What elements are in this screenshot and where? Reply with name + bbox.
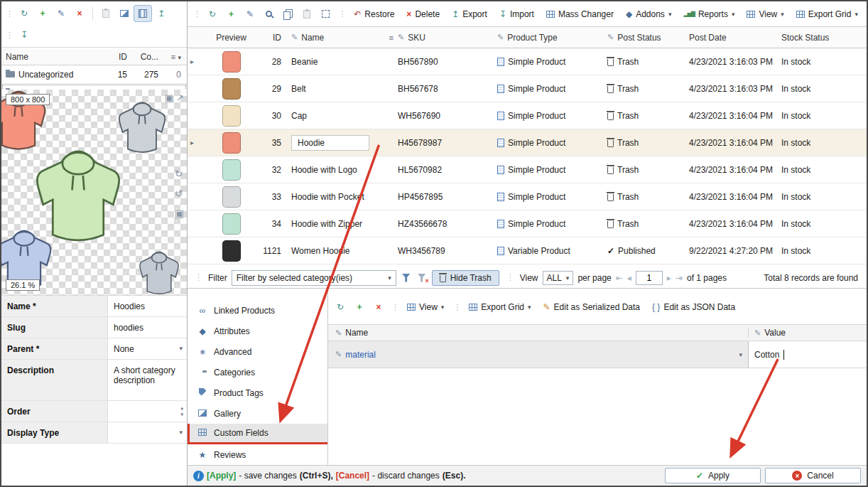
grip-handle[interactable]: ⋮ — [3, 9, 15, 18]
chevron-down-icon[interactable]: ▾ — [739, 351, 742, 358]
tab-attributes[interactable]: ◆Attributes — [188, 321, 327, 341]
rotate-ccw-icon[interactable]: ↺ — [175, 188, 184, 199]
tab-gallery[interactable]: Gallery — [188, 403, 327, 424]
refresh-products-button[interactable]: ↻ — [203, 6, 222, 23]
column-header-name[interactable]: ✎Name≡ — [287, 33, 394, 43]
paste-button[interactable] — [97, 5, 115, 22]
edit-product-button[interactable]: ✎ — [241, 6, 259, 23]
column-header-product-type[interactable]: ✎Product Type — [493, 33, 603, 43]
grip-handle[interactable]: ⋮ — [335, 9, 347, 18]
per-page-dropdown[interactable]: ALL▾ — [543, 271, 574, 285]
apply-button[interactable]: ✓Apply — [665, 468, 761, 483]
tab-reviews[interactable]: ★Reviews — [188, 444, 327, 465]
column-header-stock-status[interactable]: Stock Status — [777, 33, 867, 43]
import-categories-button[interactable]: ↧ — [15, 26, 33, 43]
clear-filter-button[interactable]: × — [416, 274, 428, 282]
image-button[interactable] — [115, 5, 134, 22]
mass-changer-button[interactable]: Mass Changer — [541, 7, 619, 21]
grip-handle[interactable]: ⋮ — [504, 273, 516, 282]
edit-serialized-button[interactable]: ✎Edit as Serialized Data — [538, 300, 646, 314]
paste-button[interactable] — [298, 6, 316, 23]
tab-linked-products[interactable]: ∞Linked Products — [188, 300, 327, 321]
cf-view-menu-button[interactable]: View▾ — [401, 300, 450, 314]
grip-handle[interactable]: ⋮ — [190, 9, 202, 18]
select-marquee-button[interactable] — [317, 6, 335, 23]
cf-export-grid-button[interactable]: Export Grid▾ — [463, 300, 536, 314]
column-header-value[interactable]: ✎Value — [748, 328, 867, 338]
cancel-button[interactable]: ×Cancel — [765, 468, 861, 483]
column-header-preview[interactable]: Preview — [203, 33, 255, 43]
custom-field-row[interactable]: ✎material▾ Cotton — [328, 341, 867, 368]
add-category-button[interactable]: + — [33, 5, 52, 22]
image-preview[interactable]: 800 x 800 26.1 % ▣ ↗ ↻ ↺ ▣ — [1, 90, 187, 296]
row-expander[interactable]: ▸ — [188, 58, 203, 65]
delete-custom-field-button[interactable]: × — [369, 299, 388, 316]
grip-handle[interactable]: ⋮ — [450, 303, 462, 312]
field-value-editor[interactable]: Cotton — [748, 341, 867, 368]
name-field[interactable]: Hoodies — [108, 296, 187, 316]
hide-trash-toggle[interactable]: Hide Trash — [432, 270, 499, 286]
edit-category-button[interactable]: ✎ — [52, 5, 70, 22]
export-grid-menu-button[interactable]: Export Grid▾ — [791, 7, 864, 21]
last-page-icon[interactable]: ⇥ — [676, 273, 683, 283]
column-header-id[interactable]: ID — [255, 33, 287, 43]
table-row[interactable]: 33 Hoodie with Pocket HP4567895 Simple P… — [188, 183, 867, 210]
table-row[interactable]: 30 Cap WH567690 Simple Product Trash 4/2… — [188, 102, 867, 129]
tab-advanced[interactable]: ∗Advanced — [188, 341, 327, 362]
filter-category-dropdown[interactable]: Filter by selected category(ies)▾ — [232, 270, 396, 286]
export-categories-button[interactable]: ↥ — [152, 5, 170, 22]
description-field[interactable]: A short category description — [108, 360, 187, 400]
page-number-input[interactable] — [636, 271, 663, 285]
search-button[interactable] — [260, 6, 278, 23]
apply-filter-button[interactable] — [401, 274, 412, 282]
slug-field[interactable]: hoodies — [108, 317, 187, 338]
delete-button[interactable]: ×Delete — [401, 7, 445, 21]
add-product-button[interactable]: + — [222, 6, 241, 23]
column-header-sku[interactable]: ✎SKU — [394, 33, 493, 43]
fit-image-icon[interactable]: ▣ — [165, 92, 173, 103]
first-page-icon[interactable]: ⇤ — [616, 273, 623, 283]
delete-category-button[interactable]: × — [70, 5, 89, 22]
fit-image-icon[interactable]: ▣ — [175, 208, 184, 219]
export-button[interactable]: ↥Export — [446, 7, 493, 21]
column-header-name[interactable]: ✎Name — [328, 328, 748, 338]
grip-handle[interactable]: ⋮ — [3, 31, 15, 40]
tab-product-tags[interactable]: Product Tags — [188, 382, 327, 403]
column-header-sort[interactable]: ≡ ▾ — [161, 52, 185, 62]
import-button[interactable]: ↧Import — [494, 7, 540, 21]
copy-button[interactable] — [278, 6, 297, 23]
order-stepper[interactable]: ▴▾ — [108, 401, 187, 422]
view-menu-button[interactable]: View▾ — [741, 7, 789, 21]
parent-dropdown[interactable]: None▾ — [108, 338, 187, 359]
table-row[interactable]: ▸ 28 Beanie BH567890 Simple Product Tras… — [188, 48, 867, 75]
next-page-icon[interactable]: ▸ — [667, 273, 671, 283]
grip-handle[interactable]: ⋮ — [192, 273, 204, 282]
column-header-post-status[interactable]: ✎Post Status — [603, 33, 685, 43]
tab-custom-fields[interactable]: Custom Fields — [188, 424, 327, 444]
spinner-up-icon[interactable]: ▴ — [180, 405, 183, 411]
spinner-down-icon[interactable]: ▾ — [180, 411, 183, 417]
table-row[interactable]: 29 Belt BH567678 Simple Product Trash 4/… — [188, 75, 867, 102]
addons-menu-button[interactable]: ◆Addons▾ — [620, 7, 677, 21]
compare-columns-button[interactable] — [134, 5, 152, 22]
table-row-selected[interactable]: ▸ 35 Hoodie H45678987 Simple Product Tra… — [188, 129, 867, 156]
refresh-categories-button[interactable]: ↻ — [15, 5, 33, 22]
column-header-id[interactable]: ID — [107, 52, 130, 62]
table-row[interactable]: 34 Hoodie with Zipper HZ43566678 Simple … — [188, 210, 867, 237]
table-row[interactable]: 32 Hoodie with Logo HL5670982 Simple Pro… — [188, 156, 867, 183]
restore-button[interactable]: ↶Restore — [348, 7, 400, 21]
tab-categories[interactable]: Categories — [188, 362, 327, 382]
name-cell-editor[interactable]: Hoodie — [291, 135, 369, 151]
grip-handle[interactable]: ⋮ — [389, 303, 401, 312]
column-header-name[interactable]: Name — [3, 52, 107, 62]
edit-json-button[interactable]: { }Edit as JSON Data — [646, 300, 741, 314]
rotate-cw-icon[interactable]: ↻ — [175, 168, 184, 179]
prev-page-icon[interactable]: ◂ — [627, 273, 631, 283]
display-type-dropdown[interactable]: ▾ — [108, 422, 187, 443]
open-external-icon[interactable]: ↗ — [176, 92, 184, 103]
column-header-count[interactable]: Co... — [130, 52, 161, 62]
column-header-post-date[interactable]: Post Date — [685, 33, 777, 43]
category-row[interactable]: Uncategorized 15 275 0 — [1, 65, 187, 84]
refresh-custom-fields-button[interactable]: ↻ — [331, 299, 349, 316]
table-row[interactable]: 1121 Women Hoodie WH3456789 Variable Pro… — [188, 237, 867, 264]
